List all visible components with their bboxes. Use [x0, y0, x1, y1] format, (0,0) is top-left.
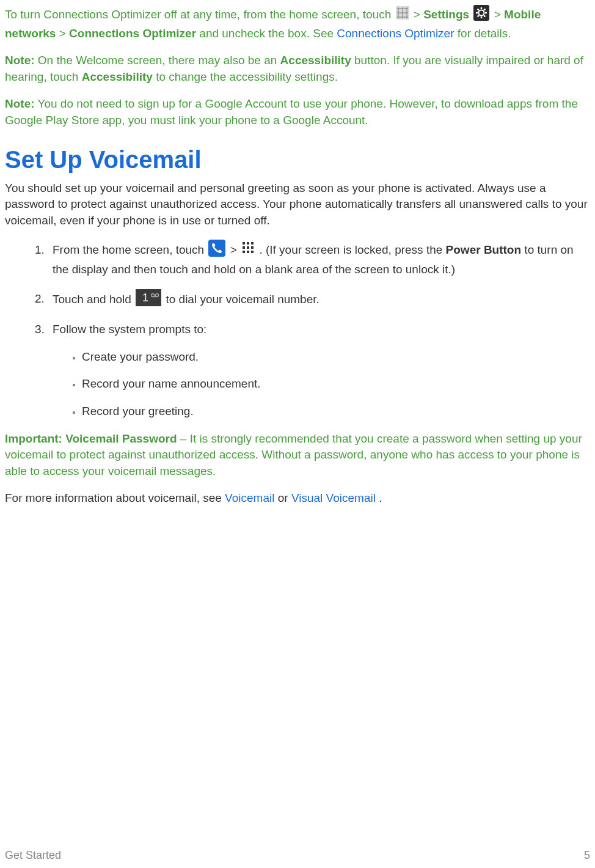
text: For more information about voicemail, se…	[5, 491, 225, 504]
text: for details.	[458, 27, 511, 40]
text: On the Welcome screen, there may also be…	[38, 54, 280, 67]
power-button-bold: Power Button	[446, 243, 522, 256]
voicemail-password-bold: Voicemail Password	[65, 432, 177, 445]
text: and uncheck the box. See	[199, 27, 337, 40]
svg-line-15	[478, 15, 479, 17]
apps-grid-icon	[396, 6, 409, 24]
bullet-record-name: Record your name announcement.	[82, 376, 590, 392]
voicemail-intro: You should set up your voicemail and per…	[5, 180, 590, 229]
separator: >	[494, 8, 504, 21]
text: You do not need to sign up for a Google …	[5, 97, 578, 127]
step-3-bullets: Create your password. Record your name a…	[53, 349, 590, 420]
more-info-voicemail: For more information about voicemail, se…	[5, 490, 590, 507]
step-2: Touch and hold 1 to dial your voicemail …	[48, 289, 590, 311]
svg-rect-25	[247, 251, 249, 253]
separator: >	[414, 8, 423, 21]
svg-rect-22	[247, 246, 249, 249]
svg-rect-26	[251, 251, 254, 253]
svg-rect-24	[243, 251, 245, 253]
important-voicemail-password: Important: Voicemail Password – It is st…	[5, 431, 590, 480]
text: or	[278, 491, 291, 504]
step-1: From the home screen, touch > . (If your…	[48, 240, 590, 278]
svg-rect-23	[251, 246, 254, 249]
footer-page-number: 5	[584, 848, 590, 863]
accessibility-note: Note: On the Welcome screen, there may a…	[5, 53, 590, 85]
heading-set-up-voicemail: Set Up Voicemail	[5, 142, 590, 177]
important-label: Important:	[5, 432, 62, 445]
text: . (If your screen is locked, press the	[259, 243, 445, 256]
svg-line-16	[484, 9, 486, 10]
step-3: Follow the system prompts to: Create you…	[48, 322, 590, 419]
svg-line-14	[484, 15, 486, 17]
svg-rect-19	[247, 242, 249, 245]
svg-rect-18	[243, 242, 245, 245]
svg-rect-20	[251, 242, 254, 245]
bullet-record-greeting: Record your greeting.	[82, 403, 590, 420]
phone-app-icon	[208, 240, 225, 262]
voicemail-steps: From the home screen, touch > . (If your…	[5, 240, 590, 419]
text: to dial your voicemail number.	[166, 292, 319, 305]
text: to change the accessibility settings.	[156, 70, 338, 83]
google-account-note: Note: You do not need to sign up for a G…	[5, 96, 590, 128]
bullet-create-password: Create your password.	[82, 349, 590, 366]
connections-optimizer-paragraph: To turn Connections Optimizer off at any…	[5, 5, 590, 42]
text: From the home screen, touch	[53, 243, 207, 256]
text: Follow the system prompts to:	[53, 323, 206, 336]
voicemail-key-1-icon: 1	[136, 289, 161, 311]
svg-text:1: 1	[142, 292, 148, 304]
page-footer: Get Started 5	[5, 848, 590, 863]
note-label: Note:	[5, 54, 35, 67]
visual-voicemail-link[interactable]: Visual Voicemail	[291, 491, 376, 504]
text: .	[379, 491, 382, 504]
svg-rect-17	[208, 240, 225, 257]
svg-rect-21	[243, 246, 245, 249]
svg-rect-7	[473, 5, 489, 21]
separator: >	[230, 243, 240, 256]
note-label: Note:	[5, 97, 35, 110]
svg-line-13	[478, 9, 479, 10]
accessibility-bold: Accessibility	[280, 54, 351, 67]
footer-section-title: Get Started	[5, 848, 61, 863]
accessibility-bold: Accessibility	[82, 70, 153, 83]
settings-label: Settings	[423, 8, 469, 21]
voicemail-link[interactable]: Voicemail	[225, 491, 274, 504]
separator: >	[59, 27, 69, 40]
dialpad-icon	[241, 241, 255, 260]
connections-optimizer-link[interactable]: Connections Optimizer	[337, 27, 454, 40]
settings-gear-icon	[473, 5, 489, 26]
text: To turn Connections Optimizer off at any…	[5, 8, 395, 21]
text: Touch and hold	[53, 292, 134, 305]
connections-optimizer-label: Connections Optimizer	[69, 27, 196, 40]
